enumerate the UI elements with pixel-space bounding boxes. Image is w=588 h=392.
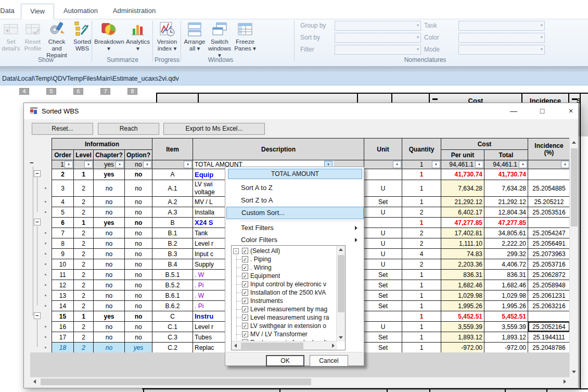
cell-order[interactable]: 4	[52, 197, 74, 207]
scroll-right-arrow[interactable]	[332, 344, 335, 348]
cell-item[interactable]: B	[152, 218, 193, 228]
checklist-item[interactable]: ✓Level measurement using ra	[232, 314, 336, 322]
cell-option[interactable]: no	[125, 301, 152, 311]
cell-chapter[interactable]: no	[94, 238, 125, 249]
cell-per-unit[interactable]: 3,559.39	[441, 322, 484, 332]
cell-per-unit[interactable]: 6,402.17	[441, 207, 484, 218]
tab-automation[interactable]: Automation	[58, 4, 103, 19]
cell-per-unit[interactable]: 7,634.28	[441, 180, 484, 197]
checklist-item[interactable]: ✓Instruments	[232, 297, 336, 306]
dialog-horizontal-scrollbar[interactable]	[30, 377, 569, 386]
cell-item[interactable]: B.2	[152, 238, 193, 249]
scrollbar-thumb[interactable]	[338, 255, 344, 312]
cell-item[interactable]: C	[152, 311, 193, 322]
cell-item[interactable]: C.2	[152, 343, 193, 353]
cell-unit[interactable]: U	[364, 207, 402, 218]
cell-incidence[interactable]	[528, 169, 570, 180]
cell-per-unit[interactable]: 74.83	[441, 249, 484, 259]
scroll-right-arrow[interactable]	[564, 380, 566, 384]
filter-cell-incidence[interactable]: ▾	[528, 160, 570, 169]
cell-item[interactable]: B.3	[152, 249, 193, 259]
filter-cell-quantity[interactable]: 1▾	[402, 160, 441, 169]
cell-total[interactable]: 7,634.28	[484, 180, 528, 197]
level-button-5[interactable]: 5	[46, 88, 56, 95]
cell-unit[interactable]: U	[364, 322, 402, 332]
cell-per-unit[interactable]: 1,111.10	[441, 238, 484, 249]
checklist-vertical-scrollbar[interactable]	[336, 246, 345, 342]
cell-level[interactable]: 1	[74, 311, 94, 322]
cell-level[interactable]: 2	[74, 332, 94, 343]
cell-per-unit[interactable]: 41,730.74	[441, 169, 484, 180]
cell-level[interactable]: 2	[74, 238, 94, 249]
cell-option[interactable]: no	[125, 218, 152, 228]
checklist-item[interactable]: ✓LV swithgear in extension o	[232, 322, 336, 331]
cell-quantity[interactable]: 1	[402, 322, 441, 332]
cell-per-unit[interactable]: 1,029.98	[441, 290, 484, 301]
nomenclature-combo-color[interactable]: ▾	[458, 33, 545, 43]
scrollbar-thumb[interactable]	[241, 343, 303, 349]
scroll-down-arrow[interactable]	[572, 371, 576, 373]
checklist-item[interactable]: ✓Level measurement by mag	[232, 306, 336, 314]
scroll-left-arrow[interactable]	[33, 380, 36, 384]
cell-order[interactable]: 5	[52, 207, 74, 218]
cell-chapter[interactable]: yes	[94, 311, 125, 322]
nomenclature-combo-mode[interactable]: ▾	[458, 45, 545, 55]
filter-dropdown-button-total[interactable]: ▾	[519, 161, 527, 168]
cell-level[interactable]: 2	[74, 180, 94, 197]
freeze-panes-button[interactable]: Freeze Panes ▾	[233, 21, 257, 52]
cell-order[interactable]: 13	[52, 290, 74, 301]
cell-incidence[interactable]: 25.2062872	[528, 270, 570, 280]
ok-button[interactable]: OK	[266, 355, 304, 366]
scroll-down-arrow[interactable]	[339, 336, 343, 339]
cell-incidence[interactable]: 25.205212	[528, 197, 570, 207]
cell-chapter[interactable]: no	[94, 322, 125, 332]
checklist-item[interactable]: −✓(Select All)	[232, 247, 336, 256]
cancel-button[interactable]: Cancel	[310, 355, 348, 366]
cell-order[interactable]: 15	[52, 311, 74, 322]
cell-per-unit[interactable]: 47,277.85	[441, 218, 484, 228]
checkbox-checked[interactable]: ✓	[242, 248, 248, 254]
cell-incidence[interactable]: 25.2056491	[528, 238, 570, 249]
cell-chapter[interactable]: yes	[94, 218, 125, 228]
checklist-item[interactable]: ✓Installation of the 2500 kVA	[232, 289, 336, 297]
checklist-horizontal-scrollbar[interactable]	[232, 341, 337, 350]
cell-total[interactable]: 3,559.39	[484, 322, 528, 332]
cell-level[interactable]: 1	[74, 218, 94, 228]
cell-chapter[interactable]: no	[94, 249, 125, 259]
cell-option[interactable]: no	[125, 169, 152, 180]
cell-level[interactable]: 2	[74, 280, 94, 290]
cell-option[interactable]: no	[125, 238, 152, 249]
filter-dropdown-button-order[interactable]: ▾	[65, 161, 73, 168]
filter-cell-order[interactable]: 1▾	[52, 160, 74, 169]
cell-total[interactable]: 299.32	[484, 249, 528, 259]
export-excel-button[interactable]: Export to Ms Excel...	[163, 123, 265, 135]
cell-unit[interactable]: U	[364, 249, 402, 259]
filter-dropdown-button-item[interactable]: ▾	[184, 161, 192, 168]
cell-incidence[interactable]: 25.2054885	[528, 180, 570, 197]
checkbox-checked[interactable]: ✓	[242, 306, 248, 312]
cell-level[interactable]: 2	[74, 322, 94, 332]
cell-item[interactable]: A.1	[152, 180, 193, 197]
cell-total[interactable]: 1,995.26	[484, 301, 528, 311]
cell-quantity[interactable]: 1	[402, 290, 441, 301]
cell-order[interactable]: 16	[52, 322, 74, 332]
cell-item[interactable]: C.1	[152, 322, 193, 332]
reset-button[interactable]: Reset...	[32, 123, 93, 135]
cell-total[interactable]: 47,277.85	[484, 218, 528, 228]
cell-order[interactable]: 10	[52, 259, 74, 270]
cell-quantity[interactable]: 1	[402, 180, 441, 197]
cell-item[interactable]: A	[152, 169, 193, 180]
cell-unit[interactable]: Set	[364, 280, 402, 290]
cell-option[interactable]: no	[125, 259, 152, 270]
cell-level[interactable]: 2	[74, 197, 94, 207]
filter-cell-per-unit[interactable]: 94,461.1▾	[441, 160, 484, 169]
tree-collapse-button[interactable]: −	[34, 170, 41, 177]
cell-quantity[interactable]: 2	[402, 259, 441, 270]
cell-quantity[interactable]: 1	[402, 301, 441, 311]
cell-incidence[interactable]: 25.2063216	[528, 301, 570, 311]
cell-option[interactable]: no	[125, 197, 152, 207]
dialog-titlebar[interactable]: Sorted WBS — □ ×	[24, 103, 578, 119]
cell-incidence[interactable]: 25.2061231	[528, 290, 570, 301]
filter-cell-total[interactable]: 94,461.1▾	[484, 160, 528, 169]
cell-total[interactable]: -972.00	[484, 343, 528, 353]
